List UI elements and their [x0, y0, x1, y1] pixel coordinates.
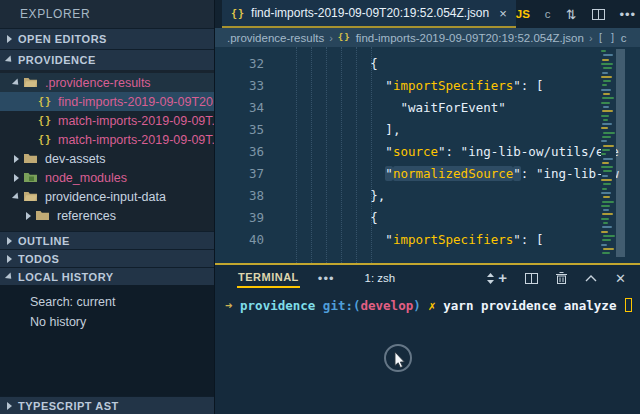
minimap-mark: [603, 209, 609, 211]
minimap-mark: [601, 140, 607, 142]
code-line[interactable]: "waitForEvent": [280, 97, 640, 119]
code-token: ": [385, 166, 393, 181]
tree-item[interactable]: {}match-imports-2019-09-09T...: [0, 111, 214, 130]
code-line[interactable]: {: [280, 207, 640, 229]
editor-actions: JS c ⇄ •••: [516, 0, 640, 28]
tree-item[interactable]: {}match-imports-2019-09-09T...: [0, 130, 214, 149]
chevron-right-icon: [7, 255, 12, 263]
section-todos[interactable]: TODOS: [0, 249, 214, 267]
line-number: 37: [215, 163, 264, 185]
line-number-gutter: 323334353637383940: [215, 47, 280, 263]
sidebar-sections: OUTLINETODOSLOCAL HISTORY: [0, 231, 214, 285]
minimap-mark: [602, 213, 613, 215]
array-symbol-icon: [ ]: [598, 32, 616, 43]
line-number: 40: [215, 229, 264, 251]
section-local-history[interactable]: LOCAL HISTORY: [0, 267, 214, 285]
folder-icon: [36, 210, 52, 221]
breadcrumb-separator: ›: [329, 32, 333, 44]
code-line[interactable]: "importSpecifiers": [: [280, 229, 640, 251]
minimap-mark: [602, 175, 608, 177]
kill-terminal-trash-icon[interactable]: [556, 272, 567, 284]
tab-find-imports-json[interactable]: {} find-imports-2019-09-09T20:19:52.054Z…: [222, 0, 516, 28]
mouse-cursor: [394, 352, 406, 369]
minimap-mark: [601, 127, 608, 129]
tree-item[interactable]: references: [0, 206, 214, 225]
terminal-shell-select[interactable]: 1: zsh: [360, 270, 498, 286]
minimap-mark: [603, 67, 612, 69]
section-open-editors[interactable]: OPEN EDITORS: [0, 28, 214, 49]
tree-item[interactable]: dev-assets: [0, 149, 214, 168]
local-history-content: Search: currentNo history: [0, 285, 214, 340]
tab-terminal[interactable]: TERMINAL: [237, 268, 300, 288]
panel-more-icon[interactable]: •••: [318, 271, 335, 286]
sidebar-title: EXPLORER: [0, 0, 214, 28]
code-line[interactable]: "importSpecifiers": [: [280, 75, 640, 97]
sync-icon[interactable]: ⇄: [564, 9, 579, 20]
minimap-mark: [603, 170, 612, 172]
tree-item-label: .providence-results: [45, 76, 151, 90]
code-token: ": [385, 232, 393, 247]
minimap-mark: [602, 252, 610, 254]
code-area[interactable]: { "importSpecifiers": [ "waitForEvent" ]…: [280, 47, 640, 263]
minimap-mark: [603, 183, 611, 185]
tree-item-label: dev-assets: [45, 152, 105, 166]
more-actions-icon[interactable]: •••: [620, 7, 637, 22]
code-line[interactable]: "source": "ing-lib-ow/utils/eve: [280, 141, 640, 163]
json-braces-icon: {}: [37, 115, 53, 126]
js-status-badge[interactable]: JS: [516, 8, 530, 20]
minimap-mark: [601, 153, 606, 155]
section-providence[interactable]: PROVIDENCE: [0, 49, 214, 70]
shell-select-value: 1: zsh: [364, 272, 395, 284]
code-line[interactable]: },: [280, 185, 640, 207]
json-key-token: source: [393, 144, 438, 159]
panel-header: TERMINAL ••• 1: zsh +: [215, 265, 640, 291]
split-terminal-icon[interactable]: [525, 273, 538, 284]
code-line[interactable]: {: [280, 53, 640, 75]
code-token: ": [385, 144, 393, 159]
chevron-right-icon: [7, 35, 12, 43]
minimap-mark: [602, 84, 607, 86]
chevron-right-icon: [7, 402, 12, 410]
breadcrumb-item[interactable]: c: [621, 32, 627, 44]
minimap-mark: [603, 145, 614, 147]
tree-item[interactable]: {}find-imports-2019-09-09T20...: [0, 92, 214, 111]
code-editor[interactable]: 323334353637383940 { "importSpecifiers":…: [215, 47, 640, 263]
terminal-content[interactable]: ➜ providence git:(develop) ✗ yarn provid…: [215, 291, 640, 414]
tree-item-label: match-imports-2019-09-09T...: [58, 114, 214, 128]
split-editor-icon[interactable]: [592, 9, 605, 20]
section-label: LOCAL HISTORY: [18, 271, 114, 283]
chevron-right-icon: [14, 174, 19, 182]
minimap-mark: [602, 188, 607, 190]
tree-item[interactable]: node_modules: [0, 168, 214, 187]
chevron-expanded-icon: [12, 192, 21, 201]
prompt-segment: providence: [240, 298, 323, 313]
code-line[interactable]: "normalizedSource": "ing-lib-ow: [280, 163, 640, 185]
c-status-badge[interactable]: c: [545, 8, 551, 20]
breadcrumb-item[interactable]: .providence-results: [227, 32, 324, 44]
minimap-mark: [601, 205, 610, 207]
code-token: "waitForEvent": [400, 100, 505, 115]
minimap-mark: [601, 102, 610, 104]
section-typescript-ast[interactable]: TYPESCRIPT AST: [0, 396, 214, 414]
minimap-mark: [601, 89, 611, 91]
prompt-segment: yarn providence analyze: [443, 298, 624, 313]
tree-item[interactable]: providence-input-data: [0, 187, 214, 206]
code-line[interactable]: ],: [280, 119, 640, 141]
maximize-panel-chevron-up-icon[interactable]: [585, 275, 597, 282]
terminal-prompt-line: ➜ providence git:(develop) ✗ yarn provid…: [225, 297, 640, 315]
minimap-mark: [602, 201, 614, 203]
section-outline[interactable]: OUTLINE: [0, 231, 214, 249]
line-number: 36: [215, 141, 264, 163]
minimap-mark: [601, 50, 606, 52]
prompt-segment: ): [413, 298, 428, 313]
minimap[interactable]: [601, 47, 616, 263]
tree-item[interactable]: .providence-results: [0, 73, 214, 92]
panel-actions: + ✕: [498, 271, 640, 286]
breadcrumb-item[interactable]: find-imports-2019-09-09T20:19:52.054Z.js…: [356, 32, 584, 44]
code-token: ": [513, 166, 521, 181]
new-terminal-icon[interactable]: +: [498, 273, 507, 283]
close-tab-icon[interactable]: ×: [499, 6, 507, 21]
close-panel-icon[interactable]: ✕: [615, 271, 626, 286]
editor-scrollbar[interactable]: [616, 49, 625, 257]
minimap-mark: [602, 123, 612, 125]
